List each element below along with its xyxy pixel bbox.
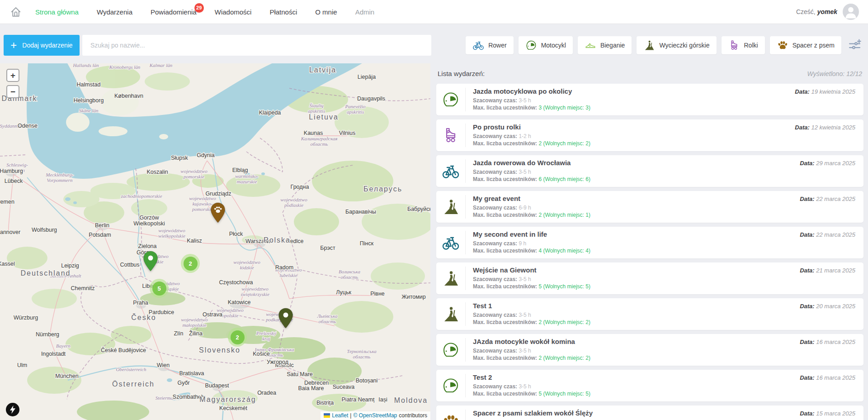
nav-right: Cześć, yomek [796,4,859,20]
event-title: Test 2 [473,373,793,381]
map-region-label: Oberösterreich [116,367,146,372]
map-region-label: lubelskie [279,272,297,278]
map-country-label: Slovensko [199,346,241,354]
osm-link[interactable]: © OpenStreetMap [353,412,397,419]
event-card[interactable]: My great event Szacowany czas: 6-9 h Max… [436,191,863,223]
bicycle-icon [442,162,460,180]
event-title: Jazda rowerowa do Wrocławia [473,159,793,167]
filter-bieganie[interactable]: Bieganie [578,36,632,54]
hiker-icon [643,39,655,51]
map-region-label: warmińsko- [235,173,259,179]
map-attribution: Leaflet | © OpenStreetMap contributors [321,411,430,420]
map[interactable]: Hallands länKronobergs länKalmar länSkån… [0,63,430,420]
map-region-label: Hallands län [72,63,99,68]
map-city-label: Hannover [0,229,20,235]
filter-wycieczki-górskie[interactable]: Wycieczki górskie [637,36,716,54]
marker-cluster[interactable]: 2 [181,254,200,273]
nav-item-płatności[interactable]: Płatności [269,8,297,16]
event-card[interactable]: Test 1 Szacowany czas: 3-5 h Max. liczba… [436,298,863,330]
filter-rolki[interactable]: Rolki [722,36,765,54]
event-participants: Max. liczba uczestników: 5 (Wolnych miej… [473,390,793,397]
map-pin-event[interactable] [143,251,158,272]
map-city-label: Житомир [401,294,426,300]
add-event-button[interactable]: + Dodaj wydarzenie [4,35,80,56]
event-card[interactable]: My second event in life Szacowany czas: … [436,227,863,258]
motorcycle-helmet-icon [525,39,537,51]
map-region-label: świętokrzyskie [241,291,269,297]
nav-item-wydarzenia[interactable]: Wydarzenia [97,8,132,16]
map-region-label: wielkopolskie [158,233,185,239]
event-date: Data: 20 marca 2025 [800,298,863,330]
nav-item-strona-główna[interactable]: Strona główna [35,8,79,16]
map-city-label: Bistrița [316,400,334,406]
event-card[interactable]: Test 2 Szacowany czas: 3-5 h Max. liczba… [436,370,863,401]
nav-item-wiadomości[interactable]: Wiadomości [215,8,252,16]
map-region-label: область [311,141,328,147]
map-city-label: Žilina [189,330,203,337]
event-time: Szacowany czas: 3-5 h [473,347,793,354]
nav-item-admin[interactable]: Admin [355,8,375,16]
nav-items: Strona główna Wydarzenia Powiadomienia29… [35,8,374,16]
home-icon[interactable] [9,5,23,19]
map-city-label: Satu Mare [287,371,313,377]
map-city-label: České Budějovice [101,347,146,353]
zoom-in-button[interactable]: + [6,69,19,82]
map-region-label: Kronobergs län [109,64,141,70]
map-city-label: Lübeck [5,178,23,184]
cluster-count: 5 [152,282,166,296]
map-city-label: Бабруйск [407,206,430,212]
map-city-label: Zielona [138,243,157,249]
map-region-label: Schleswig- [6,162,28,167]
map-city-label: Budapest [205,382,229,389]
nav-item-powiadomienia[interactable]: Powiadomienia29 [151,8,197,16]
map-region-label: Калининградская [301,136,338,141]
map-region-label: Šiaulių [309,103,324,108]
event-card[interactable]: Po prostu rolki Szacowany czas: 1-2 h Ma… [436,119,863,151]
map-region-label: województwo [241,286,269,291]
map-city-label: Гродна [291,184,309,190]
event-card[interactable]: JAzda motocykle wokół komina Szacowany c… [436,334,863,366]
roller-skate-icon [728,39,740,51]
map-region-label: opolskie [222,313,239,318]
marker-cluster[interactable]: 2 [228,328,247,347]
map-region-label: łódzkie [240,265,254,270]
marker-cluster[interactable]: 5 [150,279,169,298]
event-participants: Max. liczba uczestników: 3 (Wolnych miej… [473,104,788,111]
map-city-label: Zlín [174,330,184,337]
hiker-icon [442,198,460,216]
map-city-label: Ужгород [267,359,289,365]
leaflet-link[interactable]: Leaflet [332,412,348,419]
event-participants: Max. liczba uczestników: 2 (Wolnych miej… [473,354,793,362]
user-greeting: Cześć, yomek [796,8,837,15]
nav-item-o-mnie[interactable]: O mnie [315,8,337,16]
map-country-label: Deutschland [21,269,71,277]
map-region-label: województwo [280,197,307,202]
map-region-label: zachodniopomorskie [120,193,162,199]
event-card[interactable]: Jazda motocyklowa po okolicy Szacowany c… [436,84,863,115]
map-region-label: pomorskie [192,206,213,212]
map-city-label: Klaipėda [259,110,281,116]
map-city-label: København [114,93,143,99]
map-region-label: Skåne län [79,108,99,113]
filter-spacer-z-psem[interactable]: Spacer z psem [770,36,841,54]
event-card[interactable]: Jazda rowerowa do Wrocławia Szacowany cz… [436,155,863,187]
zoom-out-button[interactable]: − [6,85,19,98]
map-region-label: kraj [262,336,270,341]
map-city-label: Suceava [333,384,355,390]
lightning-fab[interactable] [6,403,19,416]
map-pin-hike[interactable] [278,308,293,329]
event-card[interactable]: Spacer z psami szlakiem wokół Ślęży Data… [436,406,863,420]
event-date: Data: 21 marca 2025 [800,262,863,294]
map-country-label: Lietuva [309,113,339,121]
search-input[interactable] [82,35,431,56]
filter-settings-icon[interactable] [847,38,863,53]
paw-icon [777,39,788,51]
bicycle-icon [472,39,484,51]
bicycle-icon [442,234,460,252]
event-card[interactable]: Wejście na Giewont Szacowany czas: 3-5 h… [436,262,863,294]
map-city-label: Oradea [257,390,276,396]
filter-motocykl[interactable]: Motocykl [519,36,573,54]
filter-rower[interactable]: Rower [466,36,513,54]
avatar[interactable] [843,4,859,20]
map-pin-dog-walk[interactable] [210,202,226,223]
